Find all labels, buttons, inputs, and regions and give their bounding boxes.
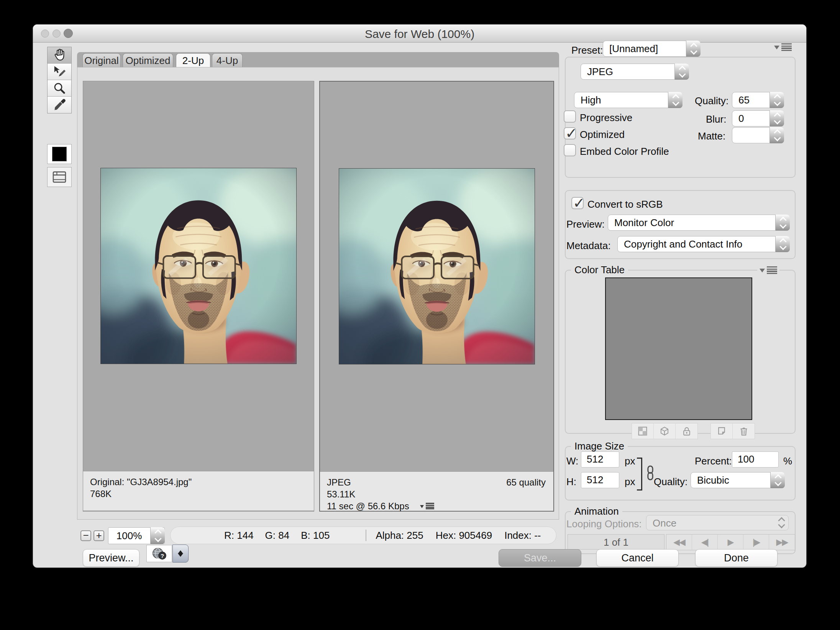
hand-tool-button[interactable]	[48, 47, 71, 64]
matte-dropdown[interactable]	[732, 127, 784, 143]
delete-color-button[interactable]	[733, 423, 755, 439]
readout-hex: Hex: 905469	[436, 530, 492, 541]
matte-stepper-icon	[769, 127, 784, 143]
tab-original[interactable]: Original	[82, 53, 121, 67]
zoom-tool-button[interactable]	[48, 80, 71, 97]
preset-dropdown[interactable]: [Unnamed]	[603, 41, 701, 57]
next-frame-button: |▶	[743, 535, 769, 550]
color-table-swatch-area[interactable]	[605, 277, 752, 420]
first-frame-button: ◀◀	[666, 535, 692, 550]
progressive-label: Progressive	[580, 112, 632, 124]
last-frame-button: ▶▶	[769, 535, 795, 550]
done-button[interactable]: Done	[695, 549, 778, 567]
embed-color-profile-checkbox[interactable]	[564, 144, 576, 156]
quality-field[interactable]: 65	[732, 92, 784, 108]
new-color-button[interactable]	[711, 423, 733, 439]
cube-icon	[660, 426, 669, 436]
optimized-checkbox[interactable]	[564, 127, 576, 139]
optimized-filesize: 53.11K	[327, 488, 546, 500]
zoom-level-field[interactable]: 100%	[108, 527, 165, 544]
original-filename: Original: "GJ3A8954.jpg"	[90, 476, 307, 488]
slice-select-tool-button[interactable]	[48, 64, 71, 80]
compression-value: High	[581, 92, 665, 108]
convert-srgb-label: Convert to sRGB	[587, 199, 663, 210]
height-label: H:	[566, 476, 576, 488]
optimized-image-area[interactable]	[320, 82, 553, 471]
resample-quality-dropdown[interactable]: Bicubic	[691, 472, 785, 488]
progressive-checkbox[interactable]	[564, 110, 576, 123]
preview-in-browser-button[interactable]: Preview...	[83, 549, 139, 567]
zoom-in-button[interactable]: +	[94, 530, 104, 541]
percent-label: Percent:	[695, 455, 732, 467]
metadata-dropdown[interactable]: Copyright and Contact Info	[617, 236, 790, 252]
eyedropper-color-swatch[interactable]	[47, 144, 72, 164]
eyedropper-icon	[52, 98, 67, 112]
readout-r: R: 144	[224, 530, 254, 541]
window-title: Save for Web (100%)	[33, 28, 806, 41]
percent-field[interactable]: 100	[732, 451, 779, 468]
save-button[interactable]: Save...	[499, 549, 581, 567]
new-swatch-icon	[717, 426, 727, 436]
image-size-title: Image Size	[571, 440, 628, 452]
original-image-area[interactable]	[83, 81, 314, 471]
zoom-stepper-icon	[150, 527, 165, 544]
quality-value: 65	[738, 92, 767, 108]
magnifier-icon	[52, 81, 67, 95]
format-stepper-icon	[674, 64, 689, 80]
cancel-button[interactable]: Cancel	[596, 549, 679, 567]
toggle-slices-visibility-button[interactable]	[47, 167, 72, 187]
animation-title: Animation	[571, 505, 622, 517]
map-transparency-button[interactable]	[632, 423, 654, 439]
screen: Save for Web (100%)	[0, 0, 840, 630]
previous-frame-button: ◀|	[692, 535, 718, 550]
browser-globe-icon: ?	[151, 547, 168, 561]
zoom-level-value: 100%	[111, 528, 148, 544]
resample-quality-value: Bicubic	[697, 472, 768, 488]
slice-select-icon	[52, 64, 67, 79]
resample-quality-label: Quality:	[654, 476, 687, 488]
percent-unit: %	[783, 455, 792, 467]
readout-g: G: 84	[265, 530, 290, 541]
format-value: JPEG	[587, 64, 672, 79]
download-speed-menu-icon[interactable]	[420, 502, 434, 510]
preset-stepper-icon	[686, 41, 701, 57]
preview-mode-stepper-icon	[775, 215, 790, 231]
height-unit: px	[625, 476, 635, 488]
preview-area: Original: "GJ3A8954.jpg" 768K JPEG 53.11…	[77, 67, 559, 520]
original-info-bar: Original: "GJ3A8954.jpg" 768K	[83, 471, 314, 510]
select-browser-button[interactable]: ?	[146, 545, 172, 562]
lock-color-button[interactable]	[676, 423, 697, 439]
compression-dropdown[interactable]: High	[574, 92, 682, 108]
looping-options-label: Looping Options:	[566, 518, 642, 530]
browser-list-stepper[interactable]	[172, 545, 189, 563]
width-label: W:	[566, 455, 578, 467]
eyedropper-tool-button[interactable]	[48, 97, 71, 113]
looping-options-dropdown: Once	[646, 515, 789, 530]
metadata-value: Copyright and Contact Info	[624, 236, 773, 252]
title-bar: Save for Web (100%)	[33, 25, 806, 43]
wh-link-bracket	[637, 458, 642, 491]
tab-2-up[interactable]: 2-Up	[176, 53, 210, 67]
preview-mode-dropdown[interactable]: Monitor Color	[608, 215, 790, 231]
tab-optimized[interactable]: Optimized	[123, 53, 173, 67]
tab-4-up[interactable]: 4-Up	[212, 53, 243, 67]
tool-palette	[47, 47, 72, 113]
zoom-out-button[interactable]: −	[80, 530, 91, 541]
preset-menu-icon[interactable]	[774, 42, 792, 52]
format-dropdown[interactable]: JPEG	[581, 64, 689, 80]
color-table-menu-icon[interactable]	[757, 265, 779, 275]
height-field[interactable]: 512	[581, 472, 619, 488]
embed-color-profile-label: Embed Color Profile	[580, 146, 669, 158]
convert-srgb-checkbox[interactable]	[571, 197, 584, 209]
optimized-label: Optimized	[580, 129, 625, 141]
blur-label: Blur:	[706, 113, 726, 125]
blur-field[interactable]: 0	[732, 110, 784, 126]
web-shift-button[interactable]	[654, 423, 676, 439]
original-pane[interactable]: Original: "GJ3A8954.jpg" 768K	[83, 81, 314, 512]
transparency-checker-icon	[638, 426, 648, 436]
optimized-pane[interactable]: JPEG 53.11K 11 sec @ 56.6 Kbps 65 qualit…	[319, 81, 554, 512]
save-for-web-dialog: Save for Web (100%)	[33, 24, 807, 568]
preview-mode-label: Preview:	[566, 218, 605, 230]
width-field[interactable]: 512	[581, 451, 619, 468]
svg-text:?: ?	[160, 553, 164, 559]
